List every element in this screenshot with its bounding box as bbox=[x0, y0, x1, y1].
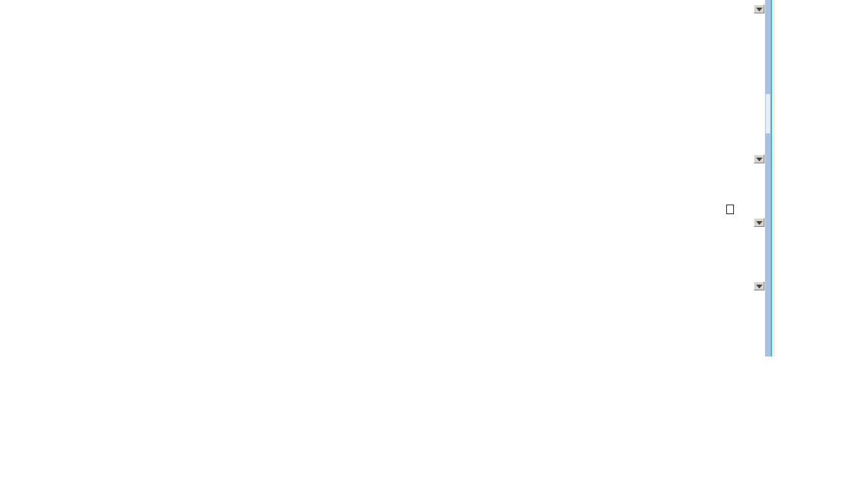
stoch-panel-menu-button[interactable] bbox=[754, 281, 764, 290]
window-edge-strip bbox=[772, 0, 775, 356]
scrollbar-thumb[interactable] bbox=[766, 94, 770, 133]
volume-multiplier-badge bbox=[726, 205, 734, 214]
price-panel-menu-button[interactable] bbox=[754, 4, 764, 13]
vertical-scrollbar[interactable] bbox=[765, 0, 771, 356]
macd-panel-menu-button[interactable] bbox=[754, 218, 764, 227]
chart-window bbox=[0, 0, 868, 488]
chart-canvas bbox=[0, 0, 765, 357]
volume-panel-menu-button[interactable] bbox=[754, 154, 764, 163]
